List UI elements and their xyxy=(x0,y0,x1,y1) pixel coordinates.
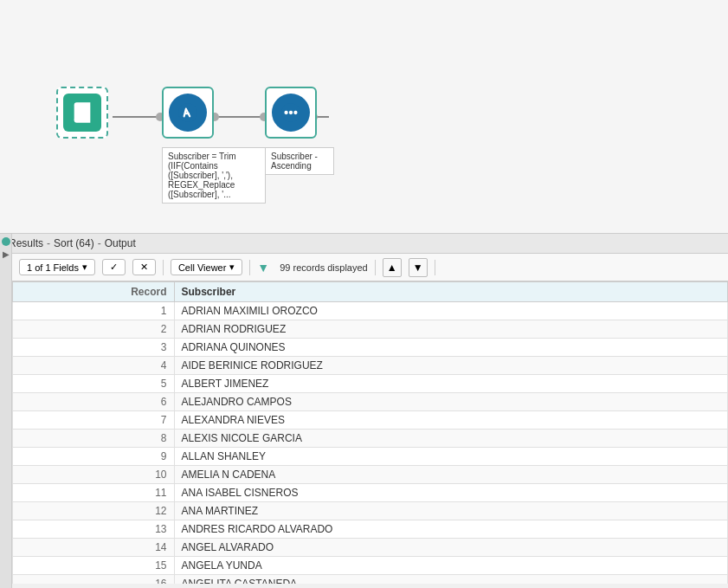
subscriber-name: ADRIAN MAXIMILI OROZCO xyxy=(174,302,727,320)
chevron-down-icon: ▾ xyxy=(82,262,87,273)
sidebar-arrow-right[interactable]: ▶ xyxy=(2,249,10,258)
record-number: 11 xyxy=(13,484,175,502)
check-all-button[interactable]: ✓ xyxy=(102,259,126,275)
subscriber-name: AMELIA N CADENA xyxy=(174,466,727,484)
left-sidebar: ▶ xyxy=(0,234,12,588)
table-row: 9ALLAN SHANLEY xyxy=(13,448,728,466)
check-icon: ✓ xyxy=(110,262,118,273)
table-row: 11ANA ISABEL CISNEROS xyxy=(13,484,728,502)
fields-label: 1 of 1 Fields xyxy=(27,262,79,273)
table-row: 6ALEJANDRO CAMPOS xyxy=(13,393,728,411)
record-number: 2 xyxy=(13,320,175,339)
x-icon: ✕ xyxy=(140,262,148,273)
subscriber-name: ALBERT JIMENEZ xyxy=(174,375,727,393)
record-number: 3 xyxy=(13,339,175,357)
connector-lines xyxy=(0,0,728,233)
scroll-down-button[interactable]: ▼ xyxy=(409,258,428,277)
svg-point-11 xyxy=(284,111,287,114)
results-label: Results xyxy=(9,237,43,249)
col-header-subscriber: Subscriber xyxy=(174,282,727,302)
toolbar-divider-4 xyxy=(435,260,435,275)
record-number: 12 xyxy=(13,502,175,520)
sort-node[interactable]: Subscriber - Ascending xyxy=(265,87,317,139)
records-count: 99 records displayed xyxy=(280,262,368,273)
subscriber-name: ALLAN SHANLEY xyxy=(174,448,727,466)
toolbar-divider-1 xyxy=(163,260,164,275)
formula-icon xyxy=(169,94,207,132)
svg-point-13 xyxy=(293,111,297,114)
svg-rect-8 xyxy=(78,111,84,113)
table-row: 5ALBERT JIMENEZ xyxy=(13,375,728,393)
workflow-canvas: Subscriber = Trim (IIF(Contains ([Subscr… xyxy=(0,0,728,234)
input-node[interactable] xyxy=(56,87,108,139)
record-number: 14 xyxy=(13,539,175,557)
table-row: 1ADRIAN MAXIMILI OROZCO xyxy=(13,302,728,320)
record-number: 1 xyxy=(13,302,175,320)
record-number: 6 xyxy=(13,393,175,411)
chevron-down-icon-2: ▾ xyxy=(229,262,235,273)
col-header-record: Record xyxy=(13,282,175,302)
subscriber-name: ANGEL ALVARADO xyxy=(174,539,727,557)
record-number: 10 xyxy=(13,466,175,484)
scroll-up-button[interactable]: ▲ xyxy=(383,258,402,277)
record-number: 7 xyxy=(13,411,175,430)
table-row: 15ANGELA YUNDA xyxy=(13,557,728,575)
subscriber-name: ANA ISABEL CISNEROS xyxy=(174,484,727,502)
table-row: 2ADRIAN RODRIGUEZ xyxy=(13,320,728,339)
svg-rect-7 xyxy=(78,107,86,108)
sidebar-indicator-green xyxy=(2,237,10,246)
toolbar-divider-3 xyxy=(375,260,376,275)
record-number: 4 xyxy=(13,357,175,375)
results-sep1: - xyxy=(47,237,50,249)
record-number: 8 xyxy=(13,430,175,448)
table-row: 13ANDRES RICARDO ALVARADO xyxy=(13,520,728,539)
subscriber-name: ALEXIS NICOLE GARCIA xyxy=(174,430,727,448)
output-label: Output xyxy=(105,237,136,249)
formula-node-box[interactable] xyxy=(162,87,214,139)
table-row: 3ADRIANA QUINONES xyxy=(13,339,728,357)
subscriber-name: ANGELA YUNDA xyxy=(174,557,727,575)
filter-icon: ▼ xyxy=(257,261,269,275)
subscriber-name: ANDRES RICARDO ALVARADO xyxy=(174,520,727,539)
toolbar-divider-2 xyxy=(249,260,250,275)
record-number: 5 xyxy=(13,375,175,393)
table-row: 14ANGEL ALVARADO xyxy=(13,539,728,557)
data-table-container: Record Subscriber 1ADRIAN MAXIMILI OROZC… xyxy=(12,281,728,584)
subscriber-name: ALEXANDRA NIEVES xyxy=(174,411,727,430)
record-number: 15 xyxy=(13,557,175,575)
cell-viewer-selector[interactable]: Cell Viewer ▾ xyxy=(171,259,242,275)
table-row: 8ALEXIS NICOLE GARCIA xyxy=(13,430,728,448)
svg-point-12 xyxy=(289,111,293,114)
results-sep2: - xyxy=(98,237,101,249)
table-row: 10AMELIA N CADENA xyxy=(13,466,728,484)
subscriber-name: ANGELITA CASTANEDA xyxy=(174,575,727,585)
results-bar: Results - Sort (64) - Output xyxy=(0,234,728,254)
sort-node-box[interactable] xyxy=(265,87,317,139)
data-table: Record Subscriber 1ADRIAN MAXIMILI OROZC… xyxy=(12,281,728,584)
subscriber-name: ADRIAN RODRIGUEZ xyxy=(174,320,727,339)
formula-tooltip: Subscriber = Trim (IIF(Contains ([Subscr… xyxy=(162,147,266,204)
subscriber-name: ADRIANA QUINONES xyxy=(174,339,727,357)
subscriber-name: ALEJANDRO CAMPOS xyxy=(174,393,727,411)
table-row: 16ANGELITA CASTANEDA xyxy=(13,575,728,585)
sort-tooltip: Subscriber - Ascending xyxy=(265,147,334,175)
toolbar: 1 of 1 Fields ▾ ✓ ✕ Cell Viewer ▾ ▼ 99 r… xyxy=(12,254,728,281)
record-number: 13 xyxy=(13,520,175,539)
uncheck-all-button[interactable]: ✕ xyxy=(132,259,156,275)
subscriber-name: ANA MARTINEZ xyxy=(174,502,727,520)
table-row: 12ANA MARTINEZ xyxy=(13,502,728,520)
table-row: 4AIDE BERINICE RODRIGUEZ xyxy=(13,357,728,375)
book-icon xyxy=(63,94,101,132)
sort-info: Sort (64) xyxy=(54,237,94,249)
subscriber-name: AIDE BERINICE RODRIGUEZ xyxy=(174,357,727,375)
record-number: 16 xyxy=(13,575,175,585)
record-number: 9 xyxy=(13,448,175,466)
sort-icon xyxy=(272,94,310,132)
cell-viewer-label: Cell Viewer xyxy=(178,262,226,273)
input-node-box[interactable] xyxy=(56,87,108,139)
table-row: 7ALEXANDRA NIEVES xyxy=(13,411,728,430)
formula-node[interactable]: Subscriber = Trim (IIF(Contains ([Subscr… xyxy=(162,87,214,139)
fields-selector[interactable]: 1 of 1 Fields ▾ xyxy=(19,259,95,275)
